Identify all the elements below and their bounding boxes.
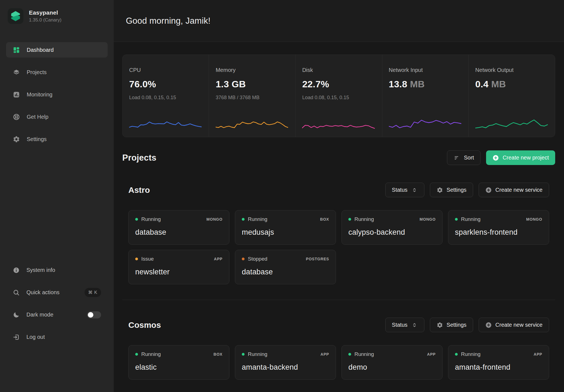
service-card-calypso-backend[interactable]: Running MONGO calypso-backend <box>341 210 443 245</box>
quick-actions-button[interactable]: Quick actions ⌘ K <box>6 285 108 300</box>
project-settings-label: Settings <box>447 322 467 328</box>
sort-label: Sort <box>464 155 474 161</box>
service-card-amanta-frontend[interactable]: Running APP amanta-frontend <box>448 345 549 380</box>
project-settings-button[interactable]: Settings <box>430 318 473 332</box>
gear-icon <box>436 322 443 328</box>
project-section-astro: Astro Status Settings <box>122 183 555 284</box>
service-card-top: Running APP <box>348 351 436 357</box>
status-dot-icon <box>348 353 351 356</box>
stat-value-unit: MB <box>491 79 506 89</box>
stat-subtext <box>475 95 548 95</box>
services-grid: Running MONGO database Running BOX <box>128 210 549 284</box>
stat-value-number: 22.7% <box>302 79 329 89</box>
stat-card-network-output: Network Output 0.4 MB <box>468 55 555 137</box>
service-type-badge: MONGO <box>420 217 436 221</box>
app-title: Easypanel <box>29 9 61 16</box>
log-out-label: Log out <box>26 334 45 340</box>
project-actions: Status Settings <box>385 318 549 332</box>
project-header: Cosmos Status Settings <box>128 318 549 332</box>
sidebar-item-settings[interactable]: Settings <box>6 131 108 147</box>
system-info-button[interactable]: System info <box>6 263 108 278</box>
greeting-title: Good morning, Jamik! <box>126 16 210 26</box>
sort-button[interactable]: Sort <box>447 150 481 165</box>
sidebar-item-label: Settings <box>27 136 47 142</box>
sort-icon <box>454 155 460 161</box>
service-name: sparklens-frontend <box>455 228 542 237</box>
create-new-service-button[interactable]: Create new service <box>479 183 549 197</box>
status-dot-icon <box>455 218 458 221</box>
memory-sparkline-chart <box>216 116 288 130</box>
service-status: Running <box>135 216 161 222</box>
service-status: Stopped <box>242 256 267 262</box>
sidebar-item-label: Dashboard <box>27 47 54 53</box>
stat-card-disk: Disk 22.7% Load 0.08, 0.15, 0.15 <box>295 55 382 137</box>
status-filter-label: Status <box>392 322 408 328</box>
sidebar-item-label: Monitoring <box>27 91 52 98</box>
life-buoy-icon <box>13 113 20 121</box>
service-status-label: Stopped <box>248 256 267 262</box>
service-status-label: Running <box>354 351 374 357</box>
sidebar-item-monitoring[interactable]: Monitoring <box>6 87 108 102</box>
brand[interactable]: Easypanel 1.35.0 (Canary) <box>6 8 108 24</box>
create-new-service-button[interactable]: Create new service <box>479 318 549 332</box>
service-name: amanta-frontend <box>455 363 542 372</box>
bar-chart-icon <box>13 91 20 98</box>
service-card-elastic[interactable]: Running BOX elastic <box>128 345 229 380</box>
sidebar-item-projects[interactable]: Projects <box>6 64 108 80</box>
service-status-label: Running <box>248 351 267 357</box>
sidebar-item-get-help[interactable]: Get Help <box>6 109 108 125</box>
service-card-amanta-backend[interactable]: Running APP amanta-backend <box>235 345 336 380</box>
stat-value: 76.0% <box>129 79 202 90</box>
stat-value-number: 13.8 <box>389 79 407 89</box>
status-filter-select[interactable]: Status <box>385 318 424 332</box>
quick-actions-label: Quick actions <box>26 289 59 296</box>
stat-subtext: Load 0.08, 0.15, 0.15 <box>302 95 375 101</box>
service-status: Running <box>348 351 374 357</box>
service-type-badge: APP <box>427 352 436 356</box>
dark-mode-label: Dark mode <box>26 312 53 318</box>
stat-value: 0.4 MB <box>475 79 548 90</box>
service-card-top: Running MONGO <box>455 216 542 222</box>
status-dot-icon <box>135 258 138 260</box>
dark-mode-toggle[interactable] <box>87 311 101 318</box>
service-card-top: Running MONGO <box>348 216 436 222</box>
main-area: Good morning, Jamik! CPU 76.0% Load 0.08… <box>114 0 564 392</box>
service-card-top: Running APP <box>455 351 542 357</box>
service-name: demo <box>348 363 436 372</box>
service-status: Running <box>348 216 374 222</box>
info-icon <box>13 267 20 274</box>
project-header: Astro Status Settings <box>128 183 549 197</box>
log-out-button[interactable]: Log out <box>6 329 108 345</box>
service-card-database[interactable]: Running MONGO database <box>128 210 229 245</box>
stat-subtext: Load 0.08, 0.15, 0.15 <box>129 95 202 101</box>
stat-label: Network Output <box>475 67 548 73</box>
service-name: database <box>242 268 329 276</box>
system-info-label: System info <box>26 267 55 273</box>
status-filter-select[interactable]: Status <box>385 183 424 197</box>
chevron-up-down-icon <box>411 322 418 328</box>
stat-subtext: 3768 MB / 3768 MB <box>216 95 288 101</box>
create-new-project-label: Create new project <box>503 155 549 161</box>
stat-card-memory: Memory 1.3 GB 3768 MB / 3768 MB <box>209 55 295 137</box>
service-type-badge: BOX <box>213 352 223 356</box>
sidebar-footer: System info Quick actions ⌘ K Dark mode <box>6 263 108 392</box>
service-card-newsletter[interactable]: Issue APP newsletter <box>128 250 229 284</box>
stat-value-number: 0.4 <box>475 79 489 89</box>
service-card-medusajs[interactable]: Running BOX medusajs <box>235 210 336 245</box>
service-card-database-postgres[interactable]: Stopped POSTGRES database <box>235 250 336 284</box>
project-title: Cosmos <box>128 320 161 330</box>
stat-value-number: 76.0% <box>129 79 156 89</box>
service-card-top: Running MONGO <box>135 216 223 222</box>
service-name: database <box>135 228 223 237</box>
create-new-project-button[interactable]: Create new project <box>486 150 555 165</box>
stat-label: Network Input <box>389 67 461 73</box>
service-card-top: Running BOX <box>242 216 329 222</box>
sidebar: Easypanel 1.35.0 (Canary) Dashboard <box>0 0 114 392</box>
service-card-demo[interactable]: Running APP demo <box>341 345 443 380</box>
service-card-sparklens-frontend[interactable]: Running MONGO sparklens-frontend <box>448 210 549 245</box>
service-status: Running <box>455 216 481 222</box>
service-card-top: Stopped POSTGRES <box>242 256 329 262</box>
service-status: Issue <box>135 256 154 262</box>
project-settings-button[interactable]: Settings <box>430 183 473 197</box>
sidebar-item-dashboard[interactable]: Dashboard <box>6 42 108 58</box>
